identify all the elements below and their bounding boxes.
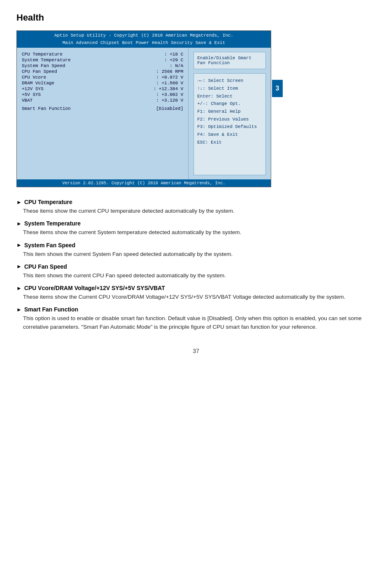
chapter-tab: 3 xyxy=(272,80,283,97)
bios-content-area: CPU Temperature : +18 C System Temperatu… xyxy=(17,48,271,179)
bios-right-panel: Enable/Disable Smart Fan Function →←: Se… xyxy=(189,48,271,179)
doc-body-cpu-temp: These items show the current CPU tempera… xyxy=(23,207,376,215)
doc-heading-sys-temp: ► System Temperature xyxy=(16,220,376,227)
doc-body-sys-temp: These items show the current System temp… xyxy=(23,228,376,237)
arrow-icon: ► xyxy=(16,285,22,291)
bios-screenshot: Aptio Setup Utility - Copyright (C) 2010… xyxy=(16,30,271,199)
bios-help-text: Enable/Disable Smart Fan Function xyxy=(194,52,266,69)
arrow-icon: ► xyxy=(16,221,22,227)
doc-system-fan-speed: ► System Fan Speed This item shows the c… xyxy=(16,242,376,258)
bios-field-vbat: VBAT : +3.120 V xyxy=(22,98,183,103)
bios-field-12v: +12V SYS : +12.384 V xyxy=(22,86,183,91)
doc-body-smart-fan: This option is used to enable or disable… xyxy=(23,314,376,331)
arrow-icon: ► xyxy=(16,199,22,205)
doc-heading-sys-fan: ► System Fan Speed xyxy=(16,242,376,249)
doc-body-voltage: These items show the Current CPU Vcore/D… xyxy=(23,293,376,301)
bios-field-5v: +5V SYS : +3.002 V xyxy=(22,92,183,97)
bios-field-smart-fan: Smart Fan Function [Disabled] xyxy=(22,106,183,111)
arrow-icon: ► xyxy=(16,242,22,248)
bios-footer: Version 2.02.1205. Copyright (C) 2010 Am… xyxy=(17,179,271,187)
bios-field-cpu-temp: CPU Temperature : +18 C xyxy=(22,52,183,57)
doc-cpu-fan-speed: ► CPU Fan Speed This item shows the curr… xyxy=(16,263,376,280)
doc-heading-voltage: ► CPU Vcore/DRAM Voltage/+12V SYS/+5V SY… xyxy=(16,285,376,291)
arrow-icon: ► xyxy=(16,307,22,313)
documentation-section: ► CPU Temperature These items show the c… xyxy=(16,199,376,331)
doc-system-temperature: ► System Temperature These items show th… xyxy=(16,220,376,237)
doc-body-sys-fan: This item shows the current System Fan s… xyxy=(23,250,376,258)
doc-body-cpu-fan: This item shows the current CPU Fan spee… xyxy=(23,272,376,280)
doc-heading-smart-fan: ► Smart Fan Function xyxy=(16,306,376,313)
bios-field-sys-temp: System Temperature : +29 C xyxy=(22,58,183,63)
bios-header-line2: Main Advanced Chipset Boot Power Health … xyxy=(19,39,268,47)
bios-nav-help: →←: Select Screen ↑↓: Select Item Enter:… xyxy=(194,73,266,175)
bios-field-vcore: CPU Vcore : +0.972 V xyxy=(22,75,183,80)
bios-field-sys-fan: System Fan Speed : N/A xyxy=(22,63,183,68)
bios-box: Aptio Setup Utility - Copyright (C) 2010… xyxy=(16,30,271,187)
doc-cpu-temperature: ► CPU Temperature These items show the c… xyxy=(16,199,376,215)
page-number: 37 xyxy=(16,348,376,354)
doc-heading-cpu-temp: ► CPU Temperature xyxy=(16,199,376,205)
doc-voltage: ► CPU Vcore/DRAM Voltage/+12V SYS/+5V SY… xyxy=(16,285,376,301)
doc-heading-cpu-fan: ► CPU Fan Speed xyxy=(16,263,376,270)
bios-header-line1: Aptio Setup Utility - Copyright (C) 2010… xyxy=(19,32,268,39)
arrow-icon: ► xyxy=(16,263,22,269)
bios-field-dram: DRAM Voltage : +1.560 V xyxy=(22,81,183,86)
doc-smart-fan: ► Smart Fan Function This option is used… xyxy=(16,306,376,331)
bios-header: Aptio Setup Utility - Copyright (C) 2010… xyxy=(17,31,271,48)
bios-left-panel: CPU Temperature : +18 C System Temperatu… xyxy=(17,48,189,179)
page-title: Health xyxy=(16,12,376,23)
bios-field-cpu-fan: CPU Fan Speed : 2566 RPM xyxy=(22,69,183,74)
